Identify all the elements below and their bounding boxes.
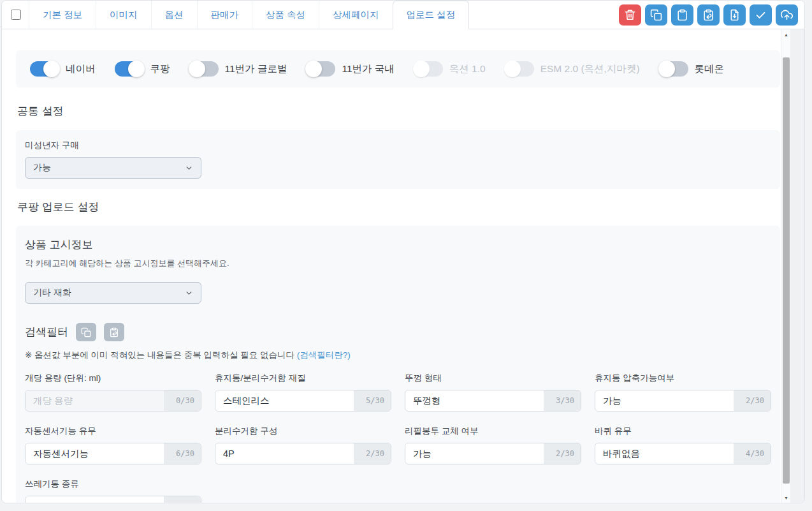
clipboard-arrow-icon: [702, 9, 714, 21]
scroll-up-arrow[interactable]: ▲: [781, 29, 791, 40]
char-counter: 5/30: [354, 390, 391, 411]
select-value: 가능: [33, 162, 51, 174]
field-input[interactable]: [25, 496, 164, 503]
tab-upload-settings[interactable]: 업로드 설정: [393, 1, 470, 29]
trash-icon: [624, 9, 636, 21]
field-label: 휴지통/분리수거함 재질: [215, 373, 391, 384]
tab-detail-page[interactable]: 상세페이지: [319, 1, 393, 29]
toggle-switch: [115, 61, 144, 77]
minor-purchase-select[interactable]: 가능: [25, 157, 201, 179]
clipboard-button[interactable]: [671, 4, 693, 26]
char-counter: 2/30: [164, 496, 201, 503]
chevron-down-icon: [185, 164, 193, 172]
toggle-label: 11번가 글로벌: [225, 63, 287, 76]
cloud-upload-icon: [781, 9, 793, 21]
toggle-label: 롯데온: [695, 63, 725, 76]
field-input[interactable]: [25, 443, 164, 464]
field-input[interactable]: [405, 443, 544, 464]
select-value: 기타 재화: [33, 287, 71, 299]
upload-settings-content: 네이버 쿠팡 11번가 글로벌 11번가 국내 옥션 1.0: [2, 29, 804, 503]
tab-options[interactable]: 옵션: [151, 1, 197, 29]
market-toggle-coupang[interactable]: 쿠팡: [115, 61, 170, 77]
toggle-switch: [189, 61, 219, 77]
save-file-button[interactable]: [723, 4, 746, 26]
toggle-switch: [505, 61, 534, 77]
market-toggle-11st-domestic[interactable]: 11번가 국내: [306, 61, 394, 77]
char-counter: 6/30: [164, 443, 201, 464]
toggle-label: ESM 2.0 (옥션,지마켓): [540, 63, 640, 76]
tab-price[interactable]: 판매가: [197, 1, 252, 29]
scrollbar-thumb[interactable]: [783, 57, 790, 484]
market-toggle-naver[interactable]: 네이버: [30, 61, 96, 77]
confirm-button[interactable]: [750, 4, 772, 26]
search-filter-note: ※ 옵션값 부분에 이미 적혀있는 내용들은 중복 입력하실 필요 없습니다 (…: [25, 350, 771, 361]
paste-button[interactable]: [697, 4, 720, 26]
char-counter: 2/30: [734, 390, 771, 411]
toggle-switch: [306, 61, 335, 77]
check-icon: [755, 9, 767, 21]
coupang-settings-panel: 상품 고시정보 각 카테고리에 해당하는 상품 고시정보를 선택해주세요. 기타…: [16, 226, 780, 503]
field-input[interactable]: [405, 390, 544, 411]
select-all-checkbox[interactable]: [11, 10, 21, 20]
char-counter: 2/30: [354, 443, 391, 464]
filter-field-bin-config: 분리수거함 구성 2/30: [215, 426, 391, 464]
field-input[interactable]: [595, 390, 734, 411]
clipboard-arrow-icon: [109, 327, 119, 337]
toggle-label: 쿠팡: [150, 63, 170, 76]
tab-images[interactable]: 이미지: [96, 1, 151, 29]
right-gutter: ▲ ▼: [781, 29, 804, 503]
copy-icon: [81, 327, 91, 337]
note-text: ※ 옵션값 부분에 이미 적혀있는 내용들은 중복 입력하실 필요 없습니다: [25, 350, 297, 360]
delete-button[interactable]: [619, 4, 641, 26]
filter-field-wheels: 바퀴 유무 4/30: [595, 426, 771, 464]
filter-copy-button[interactable]: [76, 323, 96, 341]
tab-bar: 기본 정보 이미지 옵션 판매가 상품 속성 상세페이지 업로드 설정: [2, 1, 804, 29]
field-input[interactable]: [215, 443, 354, 464]
field-label: 자동센서기능 유무: [25, 426, 201, 437]
toggle-switch: [414, 61, 443, 77]
toggle-switch: [30, 61, 59, 77]
field-label: 쓰레기통 종류: [25, 478, 201, 490]
char-counter: 3/30: [544, 390, 581, 411]
product-edit-card: 기본 정보 이미지 옵션 판매가 상품 속성 상세페이지 업로드 설정 네이버: [1, 0, 805, 503]
field-input[interactable]: [595, 443, 734, 464]
field-label: 바퀴 유무: [595, 426, 771, 437]
search-filter-grid: 개당 용량 (단위: ml) 0/30 휴지통/분리수거함 재질 5/30 뚜껑…: [25, 373, 771, 503]
char-counter: 0/30: [164, 390, 201, 411]
notice-info-title: 상품 고시정보: [25, 237, 771, 252]
notice-category-select[interactable]: 기타 재화: [25, 282, 201, 304]
chevron-down-icon: [185, 289, 193, 297]
filter-field-bin-type: 쓰레기통 종류 2/30: [25, 478, 201, 503]
char-counter: 2/30: [544, 443, 581, 464]
filter-field-compressible: 휴지통 압축가능여부 2/30: [595, 373, 771, 411]
toggle-label: 옥션 1.0: [449, 63, 486, 76]
field-input[interactable]: [25, 390, 164, 411]
search-filter-title: 검색필터: [25, 325, 68, 339]
field-label: 개당 용량 (단위: ml): [25, 373, 201, 384]
upload-button[interactable]: [776, 4, 798, 26]
field-input[interactable]: [215, 390, 354, 411]
field-label: 휴지통 압축가능여부: [595, 373, 771, 384]
copy-icon: [650, 9, 662, 21]
minor-purchase-label: 미성년자 구매: [25, 140, 771, 151]
tab-attributes[interactable]: 상품 속성: [252, 1, 319, 29]
clipboard-icon: [676, 9, 688, 21]
copy-button[interactable]: [645, 4, 667, 26]
toggle-label: 11번가 국내: [342, 63, 394, 76]
toggle-switch: [659, 61, 688, 77]
vertical-scrollbar[interactable]: ▲ ▼: [781, 29, 790, 503]
scroll-down-arrow[interactable]: ▼: [781, 492, 791, 503]
action-toolbar: [619, 4, 798, 26]
tab-basic-info[interactable]: 기본 정보: [29, 1, 96, 29]
marketplace-toggle-panel: 네이버 쿠팡 11번가 글로벌 11번가 국내 옥션 1.0: [16, 50, 780, 87]
field-label: 리필봉투 교체 여부: [405, 426, 581, 437]
coupang-settings-title: 쿠팡 업로드 설정: [17, 200, 780, 214]
field-label: 뚜껑 형태: [405, 373, 581, 384]
market-toggle-lotteon[interactable]: 롯데온: [659, 61, 725, 77]
search-filter-help-link[interactable]: (검색필터란?): [297, 350, 351, 360]
filter-field-auto-sensor: 자동센서기능 유무 6/30: [25, 426, 201, 464]
market-toggle-11st-global[interactable]: 11번가 글로벌: [189, 61, 287, 77]
filter-paste-button[interactable]: [104, 323, 124, 341]
char-counter: 4/30: [734, 443, 771, 464]
filter-field-lid-type: 뚜껑 형태 3/30: [405, 373, 581, 411]
